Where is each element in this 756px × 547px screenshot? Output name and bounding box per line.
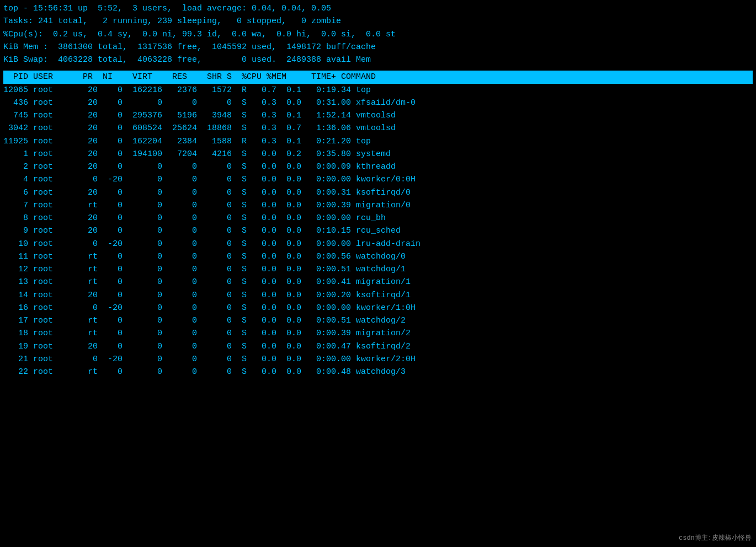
table-row: 13 root rt 0 0 0 0 S 0.0 0.0 0:00.41 mig… — [3, 276, 753, 288]
table-row: 22 root rt 0 0 0 0 S 0.0 0.0 0:00.48 wat… — [3, 366, 753, 378]
table-row: 436 root 20 0 0 0 0 S 0.3 0.0 0:31.00 xf… — [3, 96, 753, 109]
table-row: 6 root 20 0 0 0 0 S 0.0 0.0 0:00.31 ksof… — [3, 186, 753, 199]
table-row: 4 root 0 -20 0 0 0 S 0.0 0.0 0:00.00 kwo… — [3, 173, 753, 186]
table-row: 21 root 0 -20 0 0 0 S 0.0 0.0 0:00.00 kw… — [3, 353, 753, 366]
watermark: csdn博主:皮辣椒小怪兽 — [679, 533, 752, 543]
table-row: 7 root rt 0 0 0 0 S 0.0 0.0 0:00.39 migr… — [3, 199, 753, 212]
table-row: 12065 root 20 0 162216 2376 1572 R 0.7 0… — [3, 84, 753, 96]
header-line3: %Cpu(s): 0.2 us, 0.4 sy, 0.0 ni, 99.3 id… — [3, 28, 753, 41]
terminal: top - 15:56:31 up 5:52, 3 users, load av… — [3, 2, 753, 378]
header-line1: top - 15:56:31 up 5:52, 3 users, load av… — [3, 2, 753, 15]
table-row: 10 root 0 -20 0 0 0 S 0.0 0.0 0:00.00 lr… — [3, 238, 753, 250]
header-line2: Tasks: 241 total, 2 running, 239 sleepin… — [3, 15, 753, 28]
table-row: 16 root 0 -20 0 0 0 S 0.0 0.0 0:00.00 kw… — [3, 302, 753, 314]
header-line4: KiB Mem : 3861300 total, 1317536 free, 1… — [3, 41, 753, 53]
header-line5: KiB Swap: 4063228 total, 4063228 free, 0… — [3, 53, 753, 66]
table-row: 3042 root 20 0 608524 25624 18868 S 0.3 … — [3, 122, 753, 135]
table-row: 2 root 20 0 0 0 0 S 0.0 0.0 0:00.09 kthr… — [3, 160, 753, 173]
table-header: PID USER PR NI VIRT RES SHR S %CPU %MEM … — [3, 71, 753, 83]
table-row: 11 root rt 0 0 0 0 S 0.0 0.0 0:00.56 wat… — [3, 250, 753, 263]
table-row: 19 root 20 0 0 0 0 S 0.0 0.0 0:00.47 kso… — [3, 340, 753, 353]
table-body: 12065 root 20 0 162216 2376 1572 R 0.7 0… — [3, 84, 753, 379]
table-row: 14 root 20 0 0 0 0 S 0.0 0.0 0:00.20 kso… — [3, 289, 753, 302]
table-row: 12 root rt 0 0 0 0 S 0.0 0.0 0:00.51 wat… — [3, 263, 753, 276]
table-row: 745 root 20 0 295376 5196 3948 S 0.3 0.1… — [3, 109, 753, 122]
table-row: 11925 root 20 0 162204 2384 1588 R 0.3 0… — [3, 135, 753, 148]
table-row: 17 root rt 0 0 0 0 S 0.0 0.0 0:00.51 wat… — [3, 314, 753, 327]
table-row: 9 root 20 0 0 0 0 S 0.0 0.0 0:10.15 rcu_… — [3, 224, 753, 237]
table-row: 1 root 20 0 194100 7204 4216 S 0.0 0.2 0… — [3, 148, 753, 160]
header-section: top - 15:56:31 up 5:52, 3 users, load av… — [3, 2, 753, 66]
table-row: 8 root 20 0 0 0 0 S 0.0 0.0 0:00.00 rcu_… — [3, 212, 753, 224]
table-row: 18 root rt 0 0 0 0 S 0.0 0.0 0:00.39 mig… — [3, 327, 753, 340]
